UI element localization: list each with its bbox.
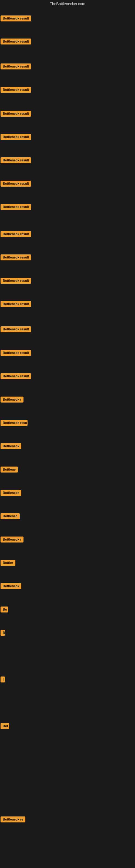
bottleneck-badge[interactable]: Bottleneck r — [1, 397, 24, 403]
bottleneck-item: Bottleneck result — [1, 254, 31, 261]
bottleneck-badge[interactable]: Bottleneck resu — [1, 420, 28, 426]
bottleneck-badge[interactable]: Bottleneck result — [1, 181, 31, 187]
bottleneck-item: Bottlene — [1, 467, 18, 474]
site-title: TheBottlenecker.com — [0, 0, 135, 8]
bottleneck-item: Bottleneck result — [1, 63, 31, 70]
bottleneck-badge[interactable]: Bottleneck re — [1, 816, 26, 823]
bottleneck-item: | — [1, 677, 5, 684]
bottleneck-badge[interactable]: Bottleneck result — [1, 16, 31, 22]
bottleneck-badge[interactable]: Bottleneck result — [1, 134, 31, 140]
bottleneck-badge[interactable]: Bottleneck result — [1, 254, 31, 260]
bottleneck-badge[interactable]: Bottlene — [1, 467, 18, 472]
bottleneck-item: Bottleneck — [1, 443, 21, 450]
bottleneck-item: Bottleneck r — [1, 397, 24, 404]
bottleneck-badge[interactable]: Bottleneck — [1, 583, 21, 589]
bottleneck-item: Bottleneck result — [1, 38, 31, 45]
bottleneck-badge[interactable]: Bottleneck result — [1, 204, 31, 210]
bottleneck-badge[interactable]: Bottleneck — [1, 443, 21, 449]
bottleneck-item: Bot — [1, 723, 9, 730]
bottleneck-badge[interactable]: Bottleneck result — [1, 326, 31, 332]
bottleneck-item: Bottleneck result — [1, 373, 31, 380]
bottleneck-badge[interactable]: Bottleneck result — [1, 301, 31, 307]
bottleneck-item: Bottleneck result — [1, 204, 31, 211]
bottleneck-item: Bottleneck result — [1, 87, 31, 94]
bottleneck-item: Bottleneck — [1, 490, 21, 497]
bottleneck-item: Bottleneck re — [1, 816, 26, 824]
bottleneck-item: Bottleneck resu — [1, 420, 28, 427]
bottleneck-item: Bottleneck result — [1, 111, 31, 118]
bottleneck-badge[interactable]: Bottleneck result — [1, 63, 31, 69]
bottleneck-item: Bottleneck result — [1, 16, 31, 23]
bottleneck-badge[interactable]: Bo — [1, 607, 8, 613]
bottleneck-item: Bottleneck result — [1, 157, 31, 164]
bottleneck-item: Bottleneck result — [1, 231, 31, 238]
bottleneck-item: Bottleneck result — [1, 301, 31, 308]
bottleneck-item: Bottleneck r — [1, 536, 24, 544]
bottleneck-item: Bottler — [1, 560, 15, 567]
bottleneck-badge[interactable]: Bottlenec — [1, 513, 20, 519]
bottleneck-badge[interactable]: Bottler — [1, 560, 15, 566]
bottleneck-item: B — [1, 630, 5, 637]
bottleneck-item: Bottleneck result — [1, 181, 31, 188]
bottleneck-item: Bottleneck result — [1, 326, 31, 333]
bottleneck-badge[interactable]: Bottleneck r — [1, 536, 24, 542]
bottleneck-badge[interactable]: Bottleneck result — [1, 278, 31, 284]
bottleneck-badge[interactable]: Bot — [1, 723, 9, 729]
bottleneck-item: Bottleneck result — [1, 350, 31, 357]
bottleneck-badge[interactable]: Bottleneck result — [1, 373, 31, 379]
bottleneck-item: Bottleneck result — [1, 134, 31, 141]
bottleneck-badge[interactable]: | — [1, 677, 5, 682]
bottleneck-badge[interactable]: Bottleneck result — [1, 350, 31, 356]
bottleneck-badge[interactable]: Bottleneck result — [1, 111, 31, 117]
bottleneck-badge[interactable]: Bottleneck result — [1, 38, 31, 44]
bottleneck-badge[interactable]: Bottleneck result — [1, 87, 31, 93]
bottleneck-badge[interactable]: Bottleneck — [1, 490, 21, 496]
bottleneck-badge[interactable]: Bottleneck result — [1, 157, 31, 163]
bottleneck-item: Bottlenec — [1, 513, 20, 520]
bottleneck-item: Bottleneck — [1, 583, 21, 590]
bottleneck-badge[interactable]: Bottleneck result — [1, 231, 31, 237]
bottleneck-item: Bottleneck result — [1, 278, 31, 285]
bottleneck-badge[interactable]: B — [1, 630, 5, 636]
bottleneck-item: Bo — [1, 607, 8, 614]
